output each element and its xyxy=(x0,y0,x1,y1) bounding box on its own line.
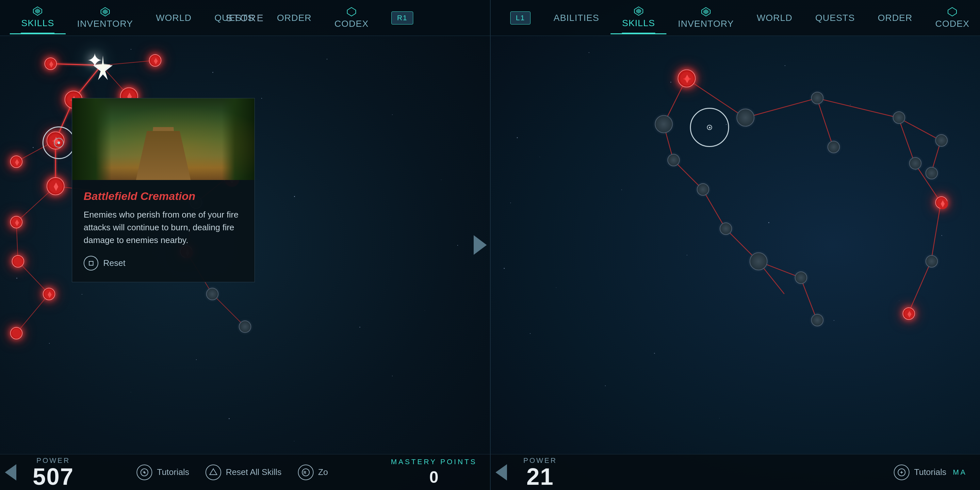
right-inactive-6[interactable] xyxy=(935,134,948,147)
left-nav-bar: Skills Inventory World Quests xyxy=(0,0,490,36)
right-node-1[interactable] xyxy=(678,70,696,88)
nav-item-inventory-left[interactable]: Inventory xyxy=(66,2,145,34)
skill-node-13[interactable] xyxy=(10,327,22,339)
selected-node-ring xyxy=(43,126,75,159)
tutorials-icon xyxy=(137,465,152,480)
nav-item-skills-left[interactable]: Skills xyxy=(10,1,66,34)
skills-nav-icon xyxy=(33,6,43,16)
nav-item-codex-right[interactable]: Codex xyxy=(924,2,980,34)
left-nav-items: Skills Inventory World Quests xyxy=(10,1,425,34)
svg-line-66 xyxy=(898,118,915,164)
right-inactive-12[interactable] xyxy=(909,157,921,170)
left-mastery-value: 0 xyxy=(429,468,438,487)
svg-rect-41 xyxy=(89,261,93,265)
svg-line-50 xyxy=(142,470,146,474)
codex-nav-icon xyxy=(347,7,356,17)
skill-node-6[interactable] xyxy=(47,177,65,195)
skills-nav-label: Skills xyxy=(21,18,54,29)
order-right-nav-label: Order xyxy=(878,13,912,23)
svg-marker-51 xyxy=(210,469,217,475)
left-bottom-actions: Tutorials Reset All Skills R xyxy=(137,465,328,480)
right-node-3[interactable] xyxy=(902,307,915,320)
right-inactive-8[interactable] xyxy=(697,183,709,196)
inventory-nav-label: Inventory xyxy=(77,19,133,29)
svg-line-62 xyxy=(703,189,725,229)
reset-button[interactable]: Reset xyxy=(84,256,243,270)
svg-marker-78 xyxy=(703,9,708,14)
right-inactive-7[interactable] xyxy=(926,167,938,179)
reset-all-icon xyxy=(205,465,221,480)
nav-item-codex-left[interactable]: Codex xyxy=(323,2,380,34)
reset-all-button[interactable]: Reset All Skills xyxy=(205,465,282,480)
left-bottom-bar: POWER 507 Tutorials xyxy=(0,454,490,490)
right-inactive-3[interactable] xyxy=(737,109,755,127)
skill-node-7[interactable] xyxy=(10,156,22,168)
svg-point-39 xyxy=(14,258,23,266)
skill-node-12[interactable] xyxy=(12,255,24,267)
right-nav-bar: L1 Abilities Skills Inventory xyxy=(491,0,980,36)
inventory-right-nav-icon xyxy=(701,7,711,17)
inactive-node-6[interactable] xyxy=(206,288,218,300)
left-power-value: 507 xyxy=(33,465,74,488)
zoom-label: Zo xyxy=(318,467,328,477)
right-inactive-15[interactable] xyxy=(811,314,824,326)
skill-node-3[interactable] xyxy=(45,57,57,70)
nav-item-abilities[interactable]: Abilities xyxy=(542,8,611,28)
skill-title: Battlefield Cremation xyxy=(84,190,243,202)
skill-tooltip: Battlefield Cremation Enemies who perish… xyxy=(72,98,255,282)
nav-item-skills-right[interactable]: Skills xyxy=(611,1,667,34)
skill-node-11[interactable] xyxy=(43,288,55,300)
nav-item-order-right[interactable]: Order xyxy=(866,8,924,28)
right-inactive-14[interactable] xyxy=(795,272,807,284)
right-inactive-4[interactable] xyxy=(811,92,824,104)
svg-marker-76 xyxy=(636,8,641,14)
skills-right-nav-label: Skills xyxy=(622,18,655,29)
right-tutorials-button[interactable]: Tutorials xyxy=(894,465,947,480)
inactive-node-7[interactable] xyxy=(239,320,251,333)
right-panel: L1 Abilities Skills Inventory xyxy=(490,0,980,490)
right-mastery-label: MA xyxy=(953,468,967,476)
right-node-2[interactable] xyxy=(935,196,948,209)
svg-line-65 xyxy=(817,98,833,147)
tutorials-button[interactable]: Tutorials xyxy=(137,465,189,480)
right-inactive-11[interactable] xyxy=(827,141,840,153)
skill-node-4[interactable] xyxy=(149,54,161,67)
center-star-node[interactable] xyxy=(91,56,111,75)
nav-item-inventory-right[interactable]: Inventory xyxy=(667,2,745,34)
nav-item-quests-right[interactable]: Quests xyxy=(804,8,866,28)
right-bottom-actions: Tutorials xyxy=(894,465,947,480)
panel-right-arrow[interactable] xyxy=(474,235,487,255)
skills-right-nav-icon xyxy=(634,6,644,16)
right-inactive-2[interactable] xyxy=(667,154,680,166)
codex-right-nav-label: Codex xyxy=(935,19,970,29)
right-bottom-bar: POWER 21 Tutorials MA xyxy=(491,454,980,490)
skill-node-10[interactable] xyxy=(10,216,22,228)
left-mastery-label: MASTERY POINTS xyxy=(391,458,477,466)
zoom-button[interactable]: R Zo xyxy=(298,465,328,480)
nav-item-r1-left[interactable]: R1 xyxy=(380,6,424,29)
tutorials-label: Tutorials xyxy=(157,467,189,477)
left-panel-left-arrow[interactable] xyxy=(5,464,16,480)
right-inactive-13[interactable] xyxy=(926,255,938,267)
svg-text:R: R xyxy=(304,470,306,475)
right-inactive-10[interactable] xyxy=(750,253,768,270)
right-panel-left-arrow[interactable] xyxy=(496,464,507,480)
svg-line-21 xyxy=(212,294,245,327)
zoom-icon: R xyxy=(298,465,313,480)
svg-point-40 xyxy=(13,329,21,338)
svg-line-55 xyxy=(745,98,817,118)
right-constellation xyxy=(491,0,980,490)
nav-item-l1[interactable]: L1 xyxy=(499,6,542,29)
right-inactive-5[interactable] xyxy=(893,111,905,124)
nav-item-world-left[interactable]: World xyxy=(145,8,203,28)
right-inactive-1[interactable] xyxy=(655,115,673,133)
nav-item-order-left[interactable]: Order xyxy=(266,8,323,28)
store-button[interactable]: Store xyxy=(226,13,264,24)
right-inactive-9[interactable] xyxy=(720,223,732,235)
nav-item-world-right[interactable]: World xyxy=(745,8,804,28)
skill-description: Enemies who perish from one of your fire… xyxy=(84,208,243,247)
svg-line-69 xyxy=(908,261,931,313)
order-nav-label: Order xyxy=(277,13,312,23)
svg-marker-43 xyxy=(35,8,40,14)
reset-label: Reset xyxy=(103,258,126,268)
